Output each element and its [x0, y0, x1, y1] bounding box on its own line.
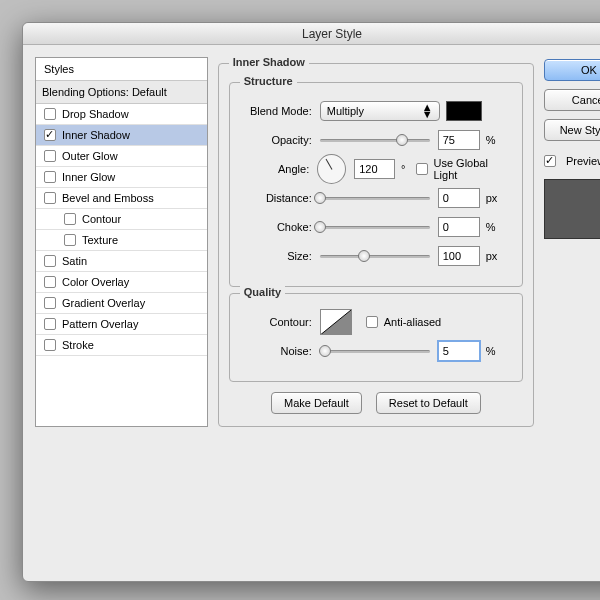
opacity-row: Opacity: 75 %: [240, 129, 512, 151]
size-field[interactable]: 100: [438, 246, 480, 266]
distance-row: Distance: 0 px: [240, 187, 512, 209]
panel-title: Inner Shadow: [229, 56, 309, 68]
choke-slider[interactable]: [320, 220, 430, 234]
style-checkbox[interactable]: [44, 297, 56, 309]
style-label: Inner Glow: [62, 171, 115, 183]
make-default-button[interactable]: Make Default: [271, 392, 362, 414]
use-global-light-checkbox[interactable]: [416, 163, 428, 175]
contour-row: Contour: Anti-aliased: [240, 311, 512, 333]
style-item-inner-glow[interactable]: Inner Glow: [36, 167, 207, 188]
distance-field[interactable]: 0: [438, 188, 480, 208]
noise-row: Noise: 5 %: [240, 340, 512, 362]
blending-options-row[interactable]: Blending Options: Default: [36, 81, 207, 104]
choke-row: Choke: 0 %: [240, 216, 512, 238]
dialog-content: Styles Blending Options: Default Drop Sh…: [23, 45, 600, 439]
opacity-label: Opacity:: [240, 134, 320, 146]
layer-style-dialog: Layer Style Styles Blending Options: Def…: [22, 22, 600, 582]
style-checkbox[interactable]: [44, 171, 56, 183]
quality-group: Quality Contour: Anti-aliased Noise:: [229, 293, 523, 382]
styles-list: Drop ShadowInner ShadowOuter GlowInner G…: [36, 104, 207, 356]
blend-mode-value: Multiply: [327, 105, 364, 117]
shadow-color-swatch[interactable]: [446, 101, 482, 121]
default-buttons-row: Make Default Reset to Default: [229, 392, 523, 414]
style-item-pattern-overlay[interactable]: Pattern Overlay: [36, 314, 207, 335]
preview-thumbnail: [544, 179, 600, 239]
size-row: Size: 100 px: [240, 245, 512, 267]
choke-label: Choke:: [240, 221, 320, 233]
style-item-stroke[interactable]: Stroke: [36, 335, 207, 356]
style-checkbox[interactable]: [64, 234, 76, 246]
styles-header[interactable]: Styles: [36, 58, 207, 81]
blend-mode-select[interactable]: Multiply ▲▼: [320, 101, 440, 121]
angle-row: Angle: 120 ° Use Global Light: [240, 158, 512, 180]
inner-shadow-group: Inner Shadow Structure Blend Mode: Multi…: [218, 63, 534, 427]
structure-title: Structure: [240, 75, 297, 87]
opacity-slider[interactable]: [320, 133, 430, 147]
reset-to-default-button[interactable]: Reset to Default: [376, 392, 481, 414]
style-checkbox[interactable]: [44, 255, 56, 267]
blend-mode-row: Blend Mode: Multiply ▲▼: [240, 100, 512, 122]
style-checkbox[interactable]: [44, 276, 56, 288]
size-unit: px: [486, 250, 498, 262]
ok-button[interactable]: OK: [544, 59, 600, 81]
actions-panel: OK Cancel New Style... Preview: [544, 57, 600, 427]
style-item-gradient-overlay[interactable]: Gradient Overlay: [36, 293, 207, 314]
style-label: Outer Glow: [62, 150, 118, 162]
style-label: Color Overlay: [62, 276, 129, 288]
style-checkbox[interactable]: [44, 339, 56, 351]
style-item-contour[interactable]: Contour: [36, 209, 207, 230]
style-checkbox[interactable]: [44, 150, 56, 162]
preview-row: Preview: [544, 155, 600, 167]
anti-aliased-checkbox[interactable]: [366, 316, 378, 328]
styles-panel: Styles Blending Options: Default Drop Sh…: [35, 57, 208, 427]
style-item-outer-glow[interactable]: Outer Glow: [36, 146, 207, 167]
preview-label: Preview: [566, 155, 600, 167]
anti-aliased-label: Anti-aliased: [384, 316, 441, 328]
opacity-field[interactable]: 75: [438, 130, 480, 150]
style-item-texture[interactable]: Texture: [36, 230, 207, 251]
style-item-inner-shadow[interactable]: Inner Shadow: [36, 125, 207, 146]
angle-unit: °: [401, 163, 405, 175]
angle-dial[interactable]: [317, 154, 346, 184]
style-checkbox[interactable]: [44, 108, 56, 120]
style-item-satin[interactable]: Satin: [36, 251, 207, 272]
angle-field[interactable]: 120: [354, 159, 395, 179]
style-checkbox[interactable]: [44, 318, 56, 330]
blend-mode-label: Blend Mode:: [240, 105, 320, 117]
window-title: Layer Style: [23, 23, 600, 45]
style-checkbox[interactable]: [64, 213, 76, 225]
style-label: Inner Shadow: [62, 129, 130, 141]
style-label: Texture: [82, 234, 118, 246]
style-item-drop-shadow[interactable]: Drop Shadow: [36, 104, 207, 125]
structure-group: Structure Blend Mode: Multiply ▲▼ Opacit…: [229, 82, 523, 287]
updown-icon: ▲▼: [422, 104, 433, 118]
choke-field[interactable]: 0: [438, 217, 480, 237]
style-checkbox[interactable]: [44, 192, 56, 204]
style-label: Bevel and Emboss: [62, 192, 154, 204]
preview-checkbox[interactable]: [544, 155, 556, 167]
style-label: Satin: [62, 255, 87, 267]
new-style-button[interactable]: New Style...: [544, 119, 600, 141]
style-item-bevel-and-emboss[interactable]: Bevel and Emboss: [36, 188, 207, 209]
size-label: Size:: [240, 250, 320, 262]
distance-label: Distance:: [240, 192, 320, 204]
opacity-unit: %: [486, 134, 496, 146]
contour-picker[interactable]: [320, 309, 352, 335]
quality-title: Quality: [240, 286, 285, 298]
contour-label: Contour:: [240, 316, 320, 328]
noise-label: Noise:: [240, 345, 320, 357]
style-label: Stroke: [62, 339, 94, 351]
angle-label: Angle:: [240, 163, 317, 175]
use-global-light-label: Use Global Light: [434, 157, 512, 181]
cancel-button[interactable]: Cancel: [544, 89, 600, 111]
size-slider[interactable]: [320, 249, 430, 263]
style-checkbox[interactable]: [44, 129, 56, 141]
distance-slider[interactable]: [320, 191, 430, 205]
style-label: Pattern Overlay: [62, 318, 138, 330]
choke-unit: %: [486, 221, 496, 233]
noise-slider[interactable]: [320, 344, 430, 358]
noise-field[interactable]: 5: [438, 341, 480, 361]
style-item-color-overlay[interactable]: Color Overlay: [36, 272, 207, 293]
style-label: Contour: [82, 213, 121, 225]
style-label: Gradient Overlay: [62, 297, 145, 309]
